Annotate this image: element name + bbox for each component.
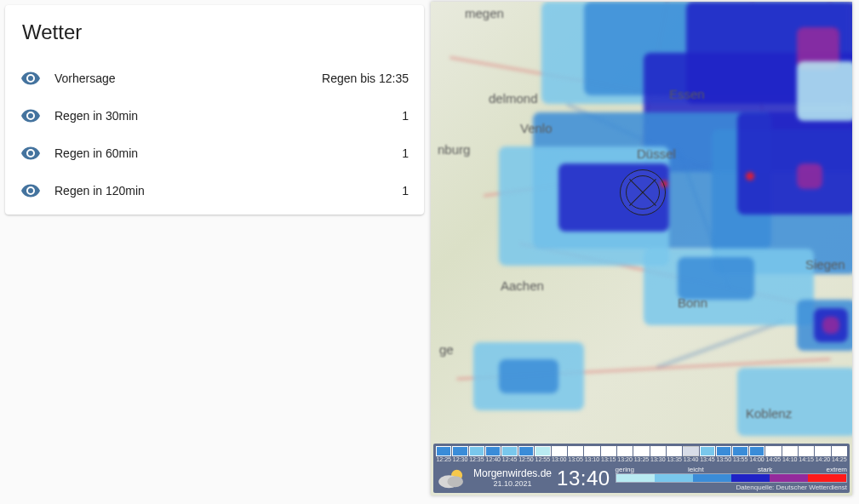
entity-name: Vorhersage <box>54 72 322 85</box>
timeline-slot[interactable]: 13:25 <box>633 446 649 463</box>
weather-partly-cloudy-icon <box>436 467 468 490</box>
legend-swatch <box>693 474 731 482</box>
timeline-slot[interactable]: 14:25 <box>832 446 847 463</box>
svg-point-2 <box>447 476 463 487</box>
timeline-slot[interactable]: 13:15 <box>601 446 616 463</box>
app-layout: Wetter Vorhersage Regen bis 12:35 Regen … <box>0 0 859 504</box>
brand-title: Morgenwirdes.de <box>473 468 552 478</box>
timeline-slot[interactable]: 14:15 <box>799 446 814 463</box>
radar-footer: 12:2512:3012:3512:4012:4512:5012:5513:00… <box>433 444 850 493</box>
timeline-slot[interactable]: 12:45 <box>501 446 517 463</box>
entity-row-rain-120[interactable]: Regen in 120min 1 <box>5 172 424 209</box>
intensity-legend: geringleichtstarkextrem Datenquelle: Deu… <box>616 466 847 491</box>
weather-card: Wetter Vorhersage Regen bis 12:35 Regen … <box>5 5 424 215</box>
timeline-slot[interactable]: 13:45 <box>700 446 715 463</box>
entity-name: Regen in 120min <box>54 184 402 198</box>
timeline-slot[interactable]: 13:00 <box>552 446 567 463</box>
eye-icon <box>20 106 54 126</box>
timeline-slot[interactable]: 12:55 <box>535 446 550 463</box>
current-time: 13:40 <box>557 467 610 490</box>
timeline-slot[interactable]: 13:40 <box>683 446 698 463</box>
entity-value: Regen bis 12:35 <box>322 72 409 85</box>
legend-label: leicht <box>688 466 704 473</box>
map-art <box>431 2 852 495</box>
legend-label: stark <box>758 466 772 473</box>
timeline-slot[interactable]: 14:00 <box>749 446 765 463</box>
legend-swatch <box>616 474 655 482</box>
timeline-slot[interactable]: 12:40 <box>485 446 501 463</box>
timeline-slot[interactable]: 12:30 <box>452 446 467 463</box>
map-crosshair-icon <box>620 169 666 215</box>
legend-label: gering <box>616 466 634 473</box>
radar-timeline[interactable]: 12:2512:3012:3512:4012:4512:5012:5513:00… <box>436 446 847 463</box>
data-attribution: Datenquelle: Deutscher Wetterdienst <box>616 484 847 491</box>
timeline-slot[interactable]: 12:25 <box>436 446 451 463</box>
legend-swatch <box>770 474 808 482</box>
card-title: Wetter <box>5 5 424 60</box>
legend-label: extrem <box>827 466 847 473</box>
brand-date: 21.10.2021 <box>473 478 552 489</box>
eye-icon <box>20 143 54 163</box>
legend-swatch <box>655 474 693 482</box>
timeline-slot[interactable]: 13:55 <box>732 446 747 463</box>
timeline-slot[interactable]: 13:20 <box>617 446 633 463</box>
timeline-slot[interactable]: 14:05 <box>765 446 781 463</box>
timeline-slot[interactable]: 13:10 <box>584 446 599 463</box>
entity-row-forecast[interactable]: Vorhersage Regen bis 12:35 <box>5 60 424 97</box>
timeline-slot[interactable]: 14:20 <box>815 446 830 463</box>
eye-icon <box>20 68 54 89</box>
timeline-slot[interactable]: 13:35 <box>667 446 682 463</box>
timeline-slot[interactable]: 12:50 <box>518 446 534 463</box>
entity-name: Regen in 60min <box>54 146 402 160</box>
timeline-slot[interactable]: 13:30 <box>650 446 666 463</box>
entity-value: 1 <box>402 184 409 198</box>
legend-swatch <box>731 474 770 482</box>
radar-map[interactable]: megendelmondVenlonburgEssenDüsselAachenB… <box>431 2 852 495</box>
entity-value: 1 <box>402 109 409 123</box>
entity-row-rain-60[interactable]: Regen in 60min 1 <box>5 135 424 172</box>
timeline-slot[interactable]: 12:35 <box>469 446 484 463</box>
entity-row-rain-30[interactable]: Regen in 30min 1 <box>5 97 424 135</box>
legend-swatch <box>808 474 846 482</box>
timeline-slot[interactable]: 14:10 <box>782 446 798 463</box>
timeline-slot[interactable]: 13:50 <box>716 446 731 463</box>
brand-block: Morgenwirdes.de 21.10.2021 <box>473 468 552 489</box>
entity-value: 1 <box>402 146 409 160</box>
timeline-slot[interactable]: 13:05 <box>568 446 583 463</box>
eye-icon <box>20 180 54 201</box>
entity-name: Regen in 30min <box>54 109 402 123</box>
